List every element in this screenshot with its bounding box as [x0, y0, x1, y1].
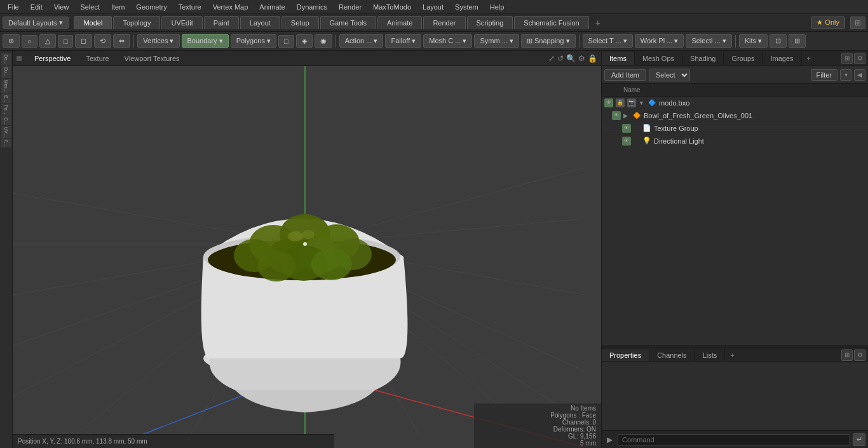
menu-maxtomodo[interactable]: MaxToModo — [368, 2, 416, 12]
prop-expand-icon[interactable]: ⊞ — [841, 350, 853, 361]
visibility-btn-3[interactable]: 👁 — [622, 124, 631, 133]
polygons-dropdown-btn[interactable]: Polygons ▾ — [231, 34, 276, 48]
texture-btn[interactable]: Texture — [81, 53, 114, 64]
left-tool-uv[interactable]: UV... — [1, 126, 11, 138]
left-tool-c[interactable]: C... — [1, 116, 11, 126]
tab-render[interactable]: Render — [423, 16, 465, 29]
scale-btn[interactable]: ⇔ — [113, 34, 130, 48]
expand-panel-icon[interactable]: ⊞ — [841, 53, 853, 64]
left-tool-mesh[interactable]: Mes... — [1, 79, 11, 93]
left-tool-f[interactable]: F... — [1, 139, 11, 147]
menu-help[interactable]: Help — [485, 2, 510, 12]
select-rect-btn[interactable]: ◻ — [75, 34, 92, 48]
triangle-tool-btn[interactable]: △ — [39, 34, 56, 48]
move-viewport-icon[interactable]: ⤢ — [548, 54, 555, 63]
visibility-btn-2[interactable]: 👁 — [612, 111, 621, 120]
visibility-btn-1[interactable]: 👁 — [604, 98, 613, 107]
menu-vertex-map[interactable]: Vertex Map — [208, 2, 254, 12]
tab-setup[interactable]: Setup — [281, 16, 319, 29]
list-item[interactable]: 👁 📄 Texture Group — [602, 122, 868, 135]
transform-tool-btn[interactable]: □ — [58, 35, 74, 48]
perspective-btn[interactable]: Perspective — [29, 53, 76, 64]
list-item[interactable]: 👁 🔒 📷 ▼ 🔷 modo.bxo — [602, 97, 868, 109]
items-select-dropdown[interactable]: Select — [649, 69, 690, 81]
tab-properties[interactable]: Properties — [602, 350, 649, 361]
add-items-tab[interactable]: + — [802, 52, 816, 65]
tab-shading[interactable]: Shading — [682, 52, 724, 65]
rotate-viewport-icon[interactable]: ↺ — [557, 54, 564, 63]
menu-layout[interactable]: Layout — [417, 2, 449, 12]
expand-2[interactable]: ▶ — [623, 112, 630, 119]
menu-select[interactable]: Select — [75, 2, 105, 12]
layout-dropdown[interactable]: Default Layouts ▾ — [3, 17, 69, 29]
tab-images[interactable]: Images — [763, 52, 802, 65]
falloff-dropdown-btn[interactable]: Falloff ▾ — [385, 34, 421, 48]
expand-1[interactable]: ▼ — [639, 100, 645, 106]
symmetry-dropdown-btn[interactable]: Symm ... ▾ — [474, 34, 519, 48]
items-collapse-icon[interactable]: ◀ — [854, 69, 865, 81]
circle-tool-btn[interactable]: ○ — [22, 35, 37, 48]
prop-settings-icon[interactable]: ⚙ — [854, 350, 865, 361]
tab-channels[interactable]: Channels — [649, 350, 695, 361]
menu-system[interactable]: System — [450, 2, 484, 12]
list-item[interactable]: 👁 💡 Directional Light — [602, 135, 868, 147]
settings-icon[interactable]: ⚙ — [578, 54, 585, 63]
menu-edit[interactable]: Edit — [25, 2, 48, 12]
zoom-viewport-icon[interactable]: 🔍 — [566, 54, 576, 63]
menu-dynamics[interactable]: Dynamics — [292, 2, 332, 12]
tab-items[interactable]: Items — [602, 52, 635, 65]
shape-tool-btn[interactable]: □ — [278, 35, 294, 48]
tab-model[interactable]: Model — [74, 16, 112, 29]
viewport-textures-btn[interactable]: Viewport Textures — [119, 53, 185, 64]
menu-item[interactable]: Item — [106, 2, 130, 12]
tab-game-tools[interactable]: Game Tools — [320, 16, 377, 29]
panel-settings-icon[interactable]: ⚙ — [854, 53, 865, 64]
tab-scripting[interactable]: Scripting — [467, 16, 513, 29]
tab-uvedit[interactable]: UVEdit — [161, 16, 202, 29]
mesh-c-dropdown-btn[interactable]: Mesh C ... ▾ — [423, 34, 472, 48]
viewport-maximize-btn[interactable]: ⊞ — [789, 34, 806, 48]
lock-btn-1[interactable]: 🔒 — [616, 98, 625, 107]
tab-groups[interactable]: Groups — [724, 52, 763, 65]
menu-geometry[interactable]: Geometry — [131, 2, 172, 12]
menu-texture[interactable]: Texture — [173, 2, 207, 12]
visibility-btn-4[interactable]: 👁 — [622, 137, 631, 146]
menu-animate[interactable]: Animate — [254, 2, 290, 12]
menu-render[interactable]: Render — [334, 2, 367, 12]
tab-layout[interactable]: Layout — [240, 16, 280, 29]
kits-dropdown-btn[interactable]: Kits ▾ — [739, 34, 768, 48]
maximize-icon[interactable]: ⊞ — [850, 17, 865, 29]
boundary-dropdown-btn[interactable]: Boundary ▾ — [182, 34, 229, 48]
menu-file[interactable]: File — [3, 2, 24, 12]
snapping-dropdown-btn[interactable]: ⊞ Snapping ▾ — [521, 34, 576, 48]
add-item-button[interactable]: Add Item — [604, 69, 646, 81]
menu-view[interactable]: View — [49, 2, 74, 12]
command-enter-btn[interactable]: ↵ — [853, 433, 865, 446]
list-item[interactable]: 👁 ▶ 🔶 Bowl_of_Fresh_Green_Olives_001 — [602, 109, 868, 122]
left-tool-de[interactable]: De... — [1, 53, 11, 65]
tab-mesh-ops[interactable]: Mesh Ops — [635, 52, 682, 65]
star-only-button[interactable]: ★ Only — [811, 17, 845, 29]
left-tool-po[interactable]: Po... — [1, 104, 11, 115]
add-prop-tab[interactable]: + — [725, 350, 739, 361]
move-tool-btn[interactable]: ⊕ — [3, 34, 20, 48]
left-tool-e[interactable]: E... — [1, 94, 11, 104]
render-btn-1[interactable]: 📷 — [627, 98, 636, 107]
tab-schematic-fusion[interactable]: Schematic Fusion — [514, 16, 588, 29]
command-input[interactable] — [618, 434, 850, 445]
overlay-tool-btn[interactable]: ◈ — [296, 34, 313, 48]
tab-lists[interactable]: Lists — [695, 350, 726, 361]
items-options-icon[interactable]: ▾ — [840, 69, 851, 81]
selecti-dropdown-btn[interactable]: Selecti ... ▾ — [686, 34, 731, 48]
tab-topology[interactable]: Topology — [113, 16, 160, 29]
circle2-tool-btn[interactable]: ◉ — [315, 34, 332, 48]
work-plane-dropdown-btn[interactable]: Work Pl ... ▾ — [635, 34, 684, 48]
select-t-dropdown-btn[interactable]: Select T ... ▾ — [583, 34, 633, 48]
rotate-btn[interactable]: ⟲ — [94, 34, 111, 48]
filter-button[interactable]: Filter — [811, 69, 837, 81]
action-dropdown-btn[interactable]: Action ... ▾ — [339, 34, 384, 48]
viewport-canvas[interactable]: Z Y X No Items Polygons : Face Channels:… — [13, 66, 601, 448]
vertices-dropdown-btn[interactable]: Vertices ▾ — [137, 34, 179, 48]
tab-animate[interactable]: Animate — [377, 16, 422, 29]
lock-icon[interactable]: 🔒 — [588, 54, 597, 63]
